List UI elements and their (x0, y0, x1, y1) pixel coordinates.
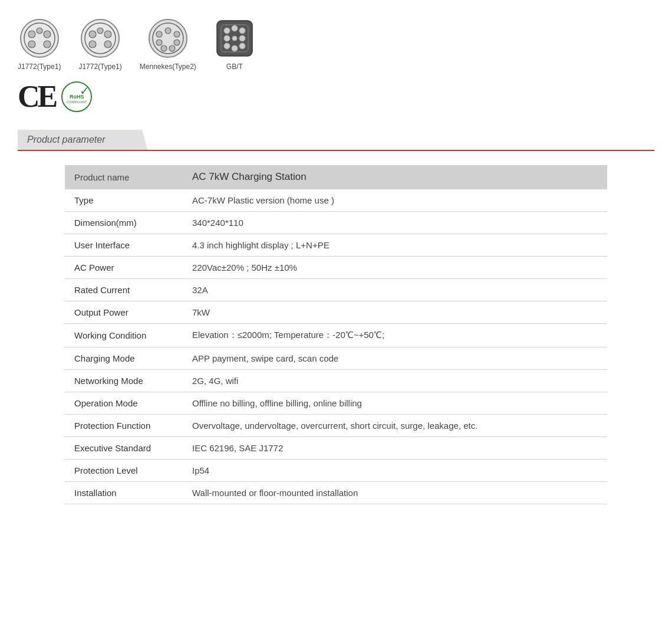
table-row: User Interface4.3 inch highlight display… (65, 234, 607, 257)
table-row: Protection LevelIp54 (65, 460, 607, 482)
svg-point-9 (89, 31, 96, 38)
connector-j1772-2: J1772(Type1) (78, 18, 121, 71)
svg-point-22 (169, 45, 175, 51)
param-label: Working Condition (65, 324, 183, 347)
connector-mennekes: Mennekes(Type2) (140, 18, 196, 71)
table-row: Protection FunctionOvervoltage, undervol… (65, 415, 607, 437)
svg-point-30 (224, 43, 230, 49)
table-row: InstallationWall-mounted or floor-mounte… (65, 482, 607, 504)
param-value: 220Vac±20% ; 50Hz ±10% (183, 257, 607, 279)
param-label: Operation Mode (65, 392, 183, 415)
svg-point-11 (89, 41, 96, 48)
svg-point-14 (149, 19, 187, 57)
param-value: Offline no billing, offline billing, onl… (183, 392, 607, 415)
svg-point-25 (224, 28, 230, 34)
table-row: Operation ModeOffline no billing, offlin… (65, 392, 607, 415)
rohs-badge: ✓ RoHS COMPLIANT (61, 81, 92, 112)
table-row: Networking Mode2G, 4G, wifi (65, 370, 607, 392)
param-label: AC Power (65, 257, 183, 279)
connector-gbt-label: GB/T (226, 63, 243, 71)
svg-point-31 (232, 45, 238, 51)
param-value: IEC 62196, SAE J1772 (183, 437, 607, 460)
param-value: AC-7kW Plastic version (home use ) (183, 189, 607, 212)
cert-area: CE ✓ RoHS COMPLIANT (18, 81, 654, 112)
table-row: Executive StandardIEC 62196, SAE J1772 (65, 437, 607, 460)
section-title: Product parameter (27, 134, 106, 145)
j1772-type1-icon-2 (80, 18, 121, 59)
svg-point-28 (224, 35, 230, 41)
param-label: Product name (65, 165, 183, 189)
svg-point-32 (239, 43, 245, 49)
param-label: Protection Level (65, 460, 183, 482)
mennekes-type2-icon (147, 18, 189, 59)
svg-point-18 (174, 31, 180, 37)
connector-gbt: GB/T (214, 18, 255, 71)
svg-point-10 (104, 31, 111, 38)
table-row: TypeAC-7kW Plastic version (home use ) (65, 189, 607, 212)
rohs-compliant: COMPLIANT (67, 100, 87, 104)
svg-point-27 (239, 28, 245, 34)
param-value: Wall-mounted or floor-mounted installati… (183, 482, 607, 504)
param-value: 32A (183, 279, 607, 301)
svg-point-12 (104, 41, 111, 48)
param-label: Rated Current (65, 279, 183, 301)
table-row: Working ConditionElevation：≤2000m; Tempe… (65, 324, 607, 347)
param-value: 2G, 4G, wifi (183, 370, 607, 392)
connector-j1772-2-label: J1772(Type1) (78, 63, 121, 71)
svg-point-2 (28, 31, 35, 38)
param-label: Type (65, 189, 183, 212)
product-parameter-table: Product nameAC 7kW Charging StationTypeA… (65, 165, 607, 504)
svg-point-13 (97, 28, 103, 34)
param-label: User Interface (65, 234, 183, 257)
connector-mennekes-label: Mennekes(Type2) (140, 63, 196, 71)
svg-point-33 (232, 36, 237, 41)
param-value: Ip54 (183, 460, 607, 482)
param-value: Overvoltage, undervoltage, overcurrent, … (183, 415, 607, 437)
gbt-icon (214, 18, 255, 59)
param-label: Installation (65, 482, 183, 504)
table-row: AC Power220Vac±20% ; 50Hz ±10% (65, 257, 607, 279)
svg-point-3 (44, 31, 51, 38)
table-row: Charging ModeAPP payment, swipe card, sc… (65, 347, 607, 370)
table-row: Rated Current32A (65, 279, 607, 301)
param-value: 4.3 inch highlight display ; L+N+PE (183, 234, 607, 257)
section-divider (18, 150, 654, 151)
connector-j1772-1-label: J1772(Type1) (18, 63, 61, 71)
param-label: Output Power (65, 301, 183, 324)
svg-point-7 (81, 19, 119, 57)
svg-point-21 (161, 45, 167, 51)
section-header: Product parameter (18, 130, 147, 150)
j1772-type1-icon-1 (19, 18, 60, 59)
svg-point-4 (28, 41, 35, 48)
svg-point-26 (232, 25, 238, 31)
svg-point-6 (37, 28, 42, 34)
param-value: APP payment, swipe card, scan code (183, 347, 607, 370)
param-value: Elevation：≤2000m; Temperature：-20℃~+50℃; (183, 324, 607, 347)
param-value: 7kW (183, 301, 607, 324)
ce-mark: CE (18, 81, 55, 112)
rohs-checkmark: ✓ (80, 84, 90, 98)
svg-point-19 (174, 40, 180, 45)
param-label: Charging Mode (65, 347, 183, 370)
svg-point-17 (165, 28, 171, 34)
param-value: 340*240*110 (183, 212, 607, 234)
table-row: Product nameAC 7kW Charging Station (65, 165, 607, 189)
param-label: Dimension(mm) (65, 212, 183, 234)
param-label: Protection Function (65, 415, 183, 437)
connector-j1772-1: J1772(Type1) (18, 18, 61, 71)
svg-point-5 (44, 41, 51, 48)
svg-point-20 (156, 40, 162, 45)
table-row: Dimension(mm)340*240*110 (65, 212, 607, 234)
param-label: Networking Mode (65, 370, 183, 392)
param-label: Executive Standard (65, 437, 183, 460)
section-header-wrapper: Product parameter (18, 130, 654, 151)
connectors-area: J1772(Type1) J1772(Type1) (18, 18, 654, 71)
svg-point-0 (21, 19, 58, 57)
param-value: AC 7kW Charging Station (183, 165, 607, 189)
svg-point-29 (239, 35, 245, 41)
svg-point-16 (156, 31, 162, 37)
table-row: Output Power7kW (65, 301, 607, 324)
